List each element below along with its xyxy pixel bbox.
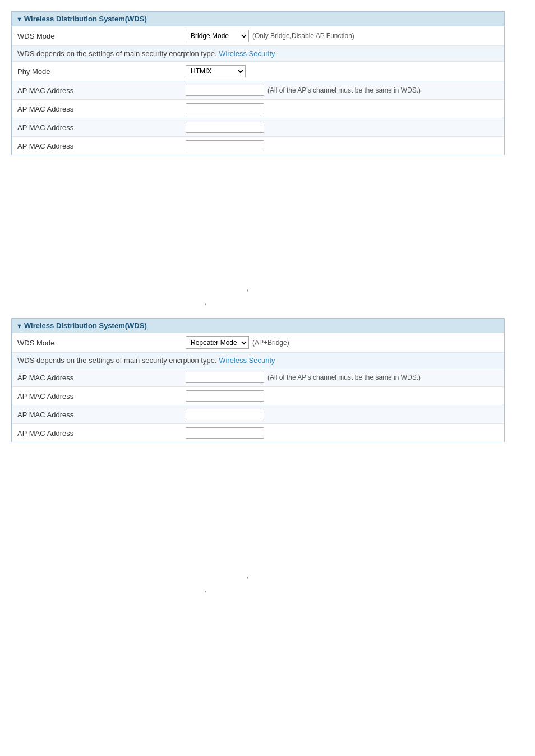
comma-4: , xyxy=(205,586,206,593)
wireless-security-link-2[interactable]: Wireless Security xyxy=(219,356,275,365)
wireless-security-link-1[interactable]: Wireless Security xyxy=(219,49,275,58)
ap-mac-input-3-s2[interactable] xyxy=(186,409,264,420)
ap-mac-input-3-s1[interactable] xyxy=(186,122,264,133)
ap-mac-label-1-s1: AP MAC Address xyxy=(12,81,180,100)
ap-mac-row-1-s1: AP MAC Address (All of the AP's channel … xyxy=(12,81,504,100)
wds-mode-row-2: WDS Mode Bridge Mode Repeater Mode Disab… xyxy=(12,333,504,353)
ap-mac-controls-2-s1 xyxy=(180,100,504,118)
ap-mac-row-4-s1: AP MAC Address xyxy=(12,137,504,155)
ap-mac-input-4-s2[interactable] xyxy=(186,427,264,439)
section1-header: Wireless Distribution System(WDS) xyxy=(12,12,504,26)
info-row-2: WDS depends on the settings of main secu… xyxy=(12,353,504,368)
section2-table: WDS Mode Bridge Mode Repeater Mode Disab… xyxy=(12,333,504,442)
ap-mac-input-1-s1[interactable] xyxy=(186,85,264,96)
wds-mode-select-1[interactable]: Bridge Mode Repeater Mode Disable xyxy=(186,30,249,42)
section1-table: WDS Mode Bridge Mode Repeater Mode Disab… xyxy=(12,26,504,155)
ap-mac-hint-1-s1: (All of the AP's channel must be the sam… xyxy=(268,86,421,94)
wds-section-repeater: Wireless Distribution System(WDS) WDS Mo… xyxy=(11,318,505,442)
spacer-1: , , xyxy=(11,172,524,318)
comma-3: , xyxy=(247,571,248,579)
ap-mac-controls-3-s1 xyxy=(180,118,504,137)
ap-mac-controls-2-s2 xyxy=(180,387,504,405)
ap-mac-controls-4-s1 xyxy=(180,137,504,155)
ap-mac-label-2-s2: AP MAC Address xyxy=(12,387,180,405)
ap-mac-label-4-s2: AP MAC Address xyxy=(12,424,180,442)
info-text-1: WDS depends on the settings of main secu… xyxy=(17,49,217,58)
ap-mac-controls-1-s1: (All of the AP's channel must be the sam… xyxy=(180,81,504,100)
wds-mode-controls-1: Bridge Mode Repeater Mode Disable (Only … xyxy=(180,26,504,46)
info-cell-1: WDS depends on the settings of main secu… xyxy=(12,46,504,62)
ap-mac-label-2-s1: AP MAC Address xyxy=(12,100,180,118)
ap-mac-input-4-s1[interactable] xyxy=(186,140,264,151)
wds-mode-hint-1: (Only Bridge,Disable AP Function) xyxy=(252,32,354,40)
phy-mode-select[interactable]: HTMIX CCK OFDM GREENFIELD xyxy=(186,65,246,77)
comma-2: , xyxy=(205,298,206,306)
section1-title: Wireless Distribution System(WDS) xyxy=(24,15,147,23)
phy-mode-controls: HTMIX CCK OFDM GREENFIELD xyxy=(180,62,504,81)
ap-mac-row-2-s2: AP MAC Address xyxy=(12,387,504,405)
info-cell-2: WDS depends on the settings of main secu… xyxy=(12,353,504,368)
ap-mac-row-3-s1: AP MAC Address xyxy=(12,118,504,137)
ap-mac-input-2-s1[interactable] xyxy=(186,103,264,114)
wds-mode-select-2[interactable]: Bridge Mode Repeater Mode Disable xyxy=(186,336,249,349)
wds-mode-hint-2: (AP+Bridge) xyxy=(252,339,289,347)
ap-mac-row-4-s2: AP MAC Address xyxy=(12,424,504,442)
section2-header: Wireless Distribution System(WDS) xyxy=(12,319,504,333)
info-row-1: WDS depends on the settings of main secu… xyxy=(12,46,504,62)
phy-mode-label: Phy Mode xyxy=(12,62,180,81)
phy-mode-row: Phy Mode HTMIX CCK OFDM GREENFIELD xyxy=(12,62,504,81)
ap-mac-label-1-s2: AP MAC Address xyxy=(12,368,180,387)
section2-title: Wireless Distribution System(WDS) xyxy=(24,321,147,330)
ap-mac-row-1-s2: AP MAC Address (All of the AP's channel … xyxy=(12,368,504,387)
ap-mac-hint-1-s2: (All of the AP's channel must be the sam… xyxy=(268,374,421,381)
ap-mac-row-3-s2: AP MAC Address xyxy=(12,405,504,424)
wds-mode-label-1: WDS Mode xyxy=(12,26,180,46)
wds-section-bridge: Wireless Distribution System(WDS) WDS Mo… xyxy=(11,11,505,155)
ap-mac-input-1-s2[interactable] xyxy=(186,372,264,383)
wds-mode-label-2: WDS Mode xyxy=(12,333,180,353)
info-text-2: WDS depends on the settings of main secu… xyxy=(17,356,217,365)
ap-mac-row-2-s1: AP MAC Address xyxy=(12,100,504,118)
ap-mac-controls-4-s2 xyxy=(180,424,504,442)
wds-mode-controls-2: Bridge Mode Repeater Mode Disable (AP+Br… xyxy=(180,333,504,353)
ap-mac-label-3-s2: AP MAC Address xyxy=(12,405,180,424)
ap-mac-input-2-s2[interactable] xyxy=(186,390,264,402)
spacer-2: , , xyxy=(11,459,524,605)
ap-mac-label-3-s1: AP MAC Address xyxy=(12,118,180,137)
wds-mode-row-1: WDS Mode Bridge Mode Repeater Mode Disab… xyxy=(12,26,504,46)
ap-mac-label-4-s1: AP MAC Address xyxy=(12,137,180,155)
ap-mac-controls-3-s2 xyxy=(180,405,504,424)
comma-1: , xyxy=(247,284,248,292)
ap-mac-controls-1-s2: (All of the AP's channel must be the sam… xyxy=(180,368,504,387)
